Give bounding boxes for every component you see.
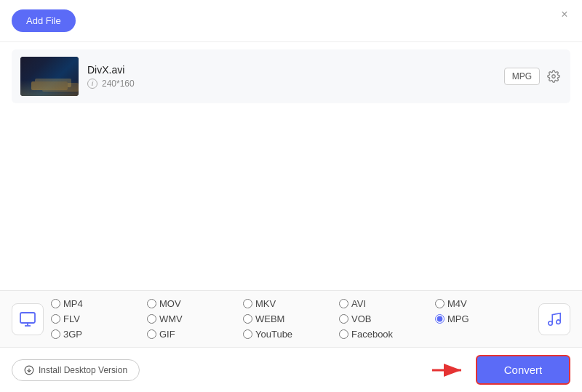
format-option-facebook[interactable]: Facebook xyxy=(339,329,435,340)
add-file-button[interactable]: Add File xyxy=(12,9,76,32)
format-label-avi: AVI xyxy=(351,298,366,309)
video-format-icon[interactable] xyxy=(12,303,44,335)
format-radio-avi[interactable] xyxy=(339,299,348,308)
format-radio-mpg[interactable] xyxy=(435,314,445,324)
install-desktop-button[interactable]: Install Desktop Version xyxy=(12,359,140,381)
file-info: DivX.avi i 240*160 xyxy=(87,64,495,89)
action-bar: Install Desktop Version Convert xyxy=(0,347,582,392)
svg-point-5 xyxy=(557,319,561,324)
format-label-gif: GIF xyxy=(159,329,175,340)
convert-button[interactable]: Convert xyxy=(476,355,570,385)
format-option-vob[interactable]: VOB xyxy=(339,313,435,324)
format-radio-facebook[interactable] xyxy=(339,329,348,339)
file-name: DivX.avi xyxy=(87,64,495,76)
format-radio-mkv[interactable] xyxy=(243,299,252,308)
svg-point-0 xyxy=(552,75,556,79)
format-label-facebook: Facebook xyxy=(351,329,393,340)
thumbnail-image xyxy=(20,57,79,96)
arrow-icon xyxy=(431,360,467,380)
format-label-flv: FLV xyxy=(63,313,80,324)
format-radio-3gp[interactable] xyxy=(51,329,60,339)
format-option-mov[interactable]: MOV xyxy=(147,298,243,309)
format-option-m4v[interactable]: M4V xyxy=(435,298,531,309)
format-label-youtube: YouTube xyxy=(255,329,292,340)
format-options: MP4 MOV MKV AVI M4V FLV xyxy=(51,298,531,340)
format-option-youtube[interactable]: YouTube xyxy=(243,329,339,340)
format-label-m4v: M4V xyxy=(447,298,467,309)
format-radio-youtube[interactable] xyxy=(243,329,252,339)
format-label-mkv: MKV xyxy=(255,298,276,309)
file-thumbnail xyxy=(20,57,79,96)
format-label-vob: VOB xyxy=(351,313,371,324)
format-option-wmv[interactable]: WMV xyxy=(147,313,243,324)
format-radio-mov[interactable] xyxy=(147,299,156,308)
format-label-mov: MOV xyxy=(159,298,181,309)
format-radio-mp4[interactable] xyxy=(51,299,60,308)
format-option-flv[interactable]: FLV xyxy=(51,313,147,324)
arrow-indicator xyxy=(431,360,467,380)
format-option-3gp[interactable]: 3GP xyxy=(51,329,147,340)
format-bar: MP4 MOV MKV AVI M4V FLV xyxy=(0,290,582,347)
format-radio-m4v[interactable] xyxy=(435,299,445,308)
file-dimensions: 240*160 xyxy=(102,79,135,89)
file-meta: i 240*160 xyxy=(87,79,495,89)
file-area: DivX.avi i 240*160 MPG xyxy=(0,42,582,290)
format-radio-vob[interactable] xyxy=(339,314,348,324)
format-label-webm: WEBM xyxy=(255,313,284,324)
file-item: DivX.avi i 240*160 MPG xyxy=(12,49,570,103)
format-badge[interactable]: MPG xyxy=(504,68,540,85)
format-radio-wmv[interactable] xyxy=(147,314,156,324)
format-option-mp4[interactable]: MP4 xyxy=(51,298,147,309)
download-icon xyxy=(24,365,34,375)
main-content: DivX.avi i 240*160 MPG xyxy=(0,42,582,392)
format-option-avi[interactable]: AVI xyxy=(339,298,435,309)
file-actions: MPG xyxy=(504,68,562,85)
format-label-3gp: 3GP xyxy=(63,329,82,340)
format-option-gif[interactable]: GIF xyxy=(147,329,243,340)
format-label-mp4: MP4 xyxy=(63,298,83,309)
format-option-webm[interactable]: WEBM xyxy=(243,313,339,324)
format-option-mkv[interactable]: MKV xyxy=(243,298,339,309)
format-radio-flv[interactable] xyxy=(51,314,60,324)
format-radio-gif[interactable] xyxy=(147,329,156,339)
format-label-mpg: MPG xyxy=(447,313,469,324)
music-format-button[interactable] xyxy=(538,303,570,335)
svg-point-4 xyxy=(549,321,553,325)
settings-icon[interactable] xyxy=(546,68,562,84)
svg-rect-1 xyxy=(20,313,35,323)
format-label-wmv: WMV xyxy=(159,313,183,324)
top-bar: Add File xyxy=(0,0,582,42)
title-bar: × xyxy=(557,7,572,22)
install-label: Install Desktop Version xyxy=(39,365,127,375)
right-actions: Convert xyxy=(431,355,570,385)
format-radio-webm[interactable] xyxy=(243,314,252,324)
info-icon[interactable]: i xyxy=(87,79,97,89)
close-button[interactable]: × xyxy=(557,7,572,22)
format-option-mpg[interactable]: MPG xyxy=(435,313,531,324)
